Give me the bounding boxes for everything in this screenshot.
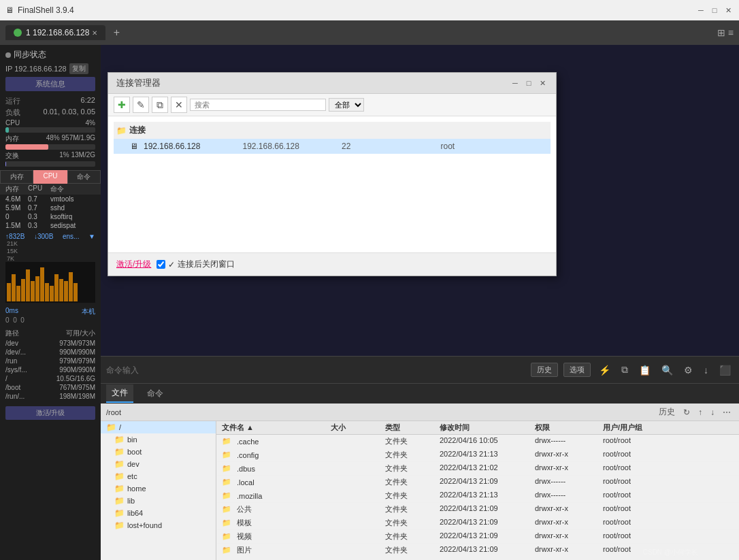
list-layout-icon[interactable]: ≡: [728, 27, 734, 38]
history-button[interactable]: 历史: [531, 363, 558, 377]
tree-item[interactable]: 📁 lib64: [101, 507, 216, 519]
file-list: 文件名 ▲ 大小 类型 修改时间 权限 用户/用户组 📁.cache 文件夹 2…: [216, 421, 739, 560]
sysinfo-button[interactable]: 系统信息: [5, 77, 95, 91]
file-rows-container: 📁.cache 文件夹 2022/04/16 10:05 drwx------ …: [216, 435, 739, 557]
file-date-cell: 2022/04/13 21:13: [440, 491, 535, 501]
download-file-button[interactable]: ↓: [708, 406, 717, 418]
file-perm-cell: drwxr-xr-x: [535, 450, 603, 460]
file-row[interactable]: 📁.mozilla 文件夹 2022/04/13 21:13 drwx-----…: [216, 489, 739, 503]
file-row[interactable]: 📁.dbus 文件夹 2022/04/13 21:02 drwxr-xr-x r…: [216, 462, 739, 476]
grid-layout-icon[interactable]: ⊞: [717, 27, 725, 38]
folder-icon: 📁: [106, 423, 116, 432]
copy-ip-button[interactable]: 复制: [69, 63, 88, 74]
disk-row: /dev 973M/973M: [5, 339, 95, 348]
delete-icon[interactable]: ✕: [171, 97, 187, 113]
modal-search-input[interactable]: [190, 99, 326, 111]
folder-icon: 📁: [114, 521, 125, 530]
proc-row: 0 0.3 ksoftirq: [0, 212, 101, 221]
tree-item[interactable]: 📁 etc: [101, 470, 216, 482]
close-button[interactable]: ✕: [723, 5, 734, 16]
copy-connection-icon[interactable]: ⧉: [152, 97, 168, 113]
cmd-tab[interactable]: 命令: [67, 170, 101, 184]
activate-button[interactable]: 激活/升级: [5, 406, 95, 420]
file-row[interactable]: 📁.config 文件夹 2022/04/13 21:13 drwxr-xr-x…: [216, 448, 739, 462]
file-name-cell: 📁.config: [222, 450, 331, 460]
cpu-bar-row: CPU 4%: [0, 118, 101, 133]
download-icon[interactable]: ↓: [701, 363, 711, 377]
file-perm-cell: drwxr-xr-x: [535, 518, 603, 528]
upload-button[interactable]: ↑: [695, 406, 705, 418]
tab-label: 1 192.168.66.128: [26, 28, 89, 37]
file-date-cell: 2022/04/13 21:09: [440, 531, 535, 542]
search-icon[interactable]: 🔍: [659, 363, 676, 377]
modal-maximize-button[interactable]: □: [523, 78, 534, 88]
connection-manager-modal: 连接管理器 ─ □ ✕ ✚ ✎ ⧉ ✕ 全部: [108, 72, 557, 276]
file-row[interactable]: 📁视频 文件夹 2022/04/13 21:09 drwxr-xr-x root…: [216, 530, 739, 544]
tab-status-icon: [14, 29, 22, 37]
settings-icon[interactable]: ⚙: [681, 363, 695, 377]
maximize-button[interactable]: □: [709, 5, 720, 16]
close-after-connect-checkbox[interactable]: [157, 260, 165, 269]
section-title[interactable]: 📁 连接: [114, 122, 551, 139]
file-user-cell: root/root: [603, 531, 671, 542]
paste-icon[interactable]: 📋: [636, 363, 653, 377]
file-type-cell: 文件夹: [385, 463, 440, 474]
modal-filter-select[interactable]: 全部: [329, 98, 364, 112]
tree-item-root[interactable]: 📁 /: [101, 421, 216, 433]
modal-minimize-button[interactable]: ─: [510, 78, 521, 88]
more-button[interactable]: ⋯: [720, 406, 734, 418]
command-input[interactable]: [106, 365, 525, 375]
mem-tab[interactable]: 内存: [0, 170, 33, 184]
mem-bar-fill: [5, 144, 48, 150]
cpu-tab[interactable]: CPU: [33, 170, 67, 184]
file-row[interactable]: 📁.cache 文件夹 2022/04/16 10:05 drwx------ …: [216, 435, 739, 448]
minimize-button[interactable]: ─: [695, 5, 706, 16]
file-row[interactable]: 📁模板 文件夹 2022/04/13 21:09 drwxr-xr-x root…: [216, 516, 739, 530]
file-name-cell: 📁.mozilla: [222, 491, 331, 501]
tab-connection[interactable]: 1 192.168.66.128 ✕: [5, 25, 105, 40]
lightning-icon[interactable]: ⚡: [596, 363, 613, 377]
connection-row[interactable]: 🖥 192.168.66.128 192.168.66.128 22 root: [114, 139, 551, 154]
modal-title-text: 连接管理器: [116, 77, 161, 89]
disk-row: /run 979M/979M: [5, 357, 95, 365]
file-name-cell: 📁.dbus: [222, 463, 331, 474]
tree-item[interactable]: 📁 boot: [101, 446, 216, 458]
watermark: CSDN @小何学长: [643, 548, 698, 557]
new-tab-button[interactable]: +: [108, 24, 125, 41]
files-tab[interactable]: 文件: [106, 384, 133, 403]
file-row[interactable]: 📁.local 文件夹 2022/04/13 21:09 drwx------ …: [216, 476, 739, 489]
tree-item[interactable]: 📁 dev: [101, 458, 216, 470]
file-row[interactable]: 📁公共 文件夹 2022/04/13 21:09 drwxr-xr-x root…: [216, 503, 739, 516]
command-tab[interactable]: 命令: [142, 385, 169, 402]
sidebar: 同步状态 IP 192.168.66.128 复制 系统信息 运行 6:22 负…: [0, 45, 101, 560]
close-after-connect-label: ✓ 连接后关闭窗口: [157, 259, 235, 270]
copy-icon[interactable]: ⧉: [619, 363, 631, 377]
col-filename: 文件名 ▲: [222, 423, 331, 433]
connection-section: 📁 连接 🖥 192.168.66.128 192.168.66.128 22 …: [114, 122, 551, 154]
edit-icon[interactable]: ✎: [133, 97, 149, 113]
refresh-button[interactable]: ↻: [680, 406, 693, 418]
file-content: 📁 / 📁 bin 📁 boot 📁 dev: [101, 421, 739, 560]
disk-row: /sys/f... 990M/990M: [5, 365, 95, 374]
file-perm-cell: drwxr-xr-x: [535, 504, 603, 514]
tree-item[interactable]: 📁 home: [101, 482, 216, 495]
latency-value: 0ms: [5, 307, 18, 316]
tab-close-icon[interactable]: ✕: [92, 29, 97, 37]
load-label: 负载: [5, 108, 20, 118]
network-graph: [5, 262, 95, 303]
options-button[interactable]: 选项: [563, 363, 591, 377]
activate-link[interactable]: 激活/升级: [116, 259, 151, 270]
add-connection-icon[interactable]: ✚: [114, 97, 130, 113]
tree-item[interactable]: 📁 bin: [101, 433, 216, 446]
tree-item[interactable]: 📁 lost+found: [101, 519, 216, 531]
tree-item[interactable]: 📁 lib: [101, 495, 216, 507]
chevron-down-icon[interactable]: ▼: [88, 233, 95, 240]
file-date-cell: 2022/04/13 21:09: [440, 545, 535, 555]
modal-footer: 激活/升级 ✓ 连接后关闭窗口: [108, 252, 556, 276]
network-section: ↑832B ↓300B ens... ▼ 21K 15K 7K: [0, 230, 101, 306]
mem-value: 48% 957M/1.9G: [46, 134, 95, 144]
modal-close-button[interactable]: ✕: [537, 78, 548, 88]
file-name-cell: 📁公共: [222, 504, 331, 514]
expand-icon[interactable]: ⬛: [717, 363, 734, 377]
file-history-button[interactable]: 历史: [656, 405, 678, 419]
